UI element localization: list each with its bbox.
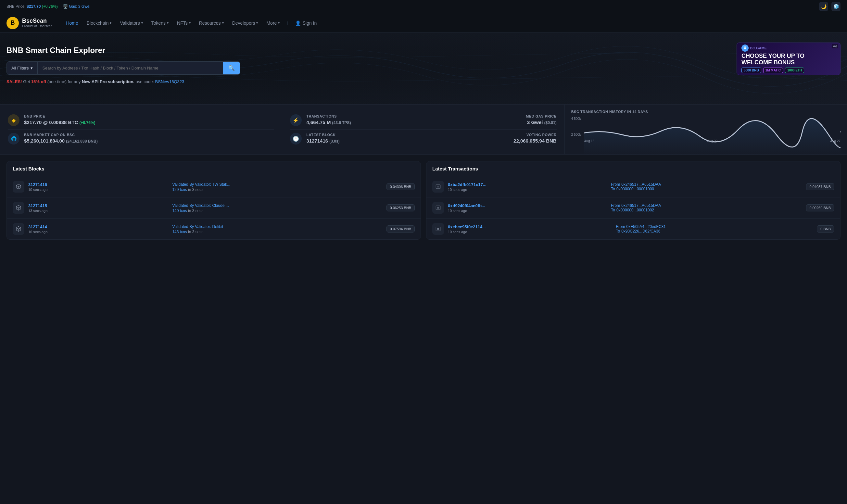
topbar-right: 🌙 🧊	[819, 2, 841, 11]
tx-hash-info: 0xd9240f04ae0fb... 10 secs ago	[448, 203, 607, 213]
cube-button[interactable]: 🧊	[831, 2, 841, 11]
chart-container: 4 500k 2 500k Aug 13 Aug 20 Aug 27	[571, 117, 841, 143]
tx-item: 0xd9240f04ae0fb... 10 secs ago From 0x24…	[427, 197, 840, 219]
clock-icon: 🕐	[290, 133, 302, 145]
block-icon	[13, 223, 24, 235]
bnb-price-display: BNB Price: $217.70 (+0.76%)	[6, 4, 58, 9]
ad-logo-icon: 8	[741, 44, 749, 52]
bnb-icon: ◆	[8, 114, 19, 126]
latest-blocks-header: Latest Blocks	[7, 161, 420, 176]
main-nav: Home Blockchain ▾ Validators ▾ Tokens ▾ …	[62, 18, 841, 28]
logo[interactable]: B BscScan Product of Etherscan	[6, 17, 52, 29]
block-info: LATEST BLOCK 31271416 (3.0s)	[306, 133, 339, 144]
svg-rect-9	[436, 227, 440, 231]
nav-item-validators[interactable]: Validators ▾	[116, 18, 146, 28]
search-filter-dropdown[interactable]: All Filters ▾	[7, 62, 38, 74]
block-reward: 0.07594 BNB	[386, 226, 415, 233]
chart-x-labels: Aug 13 Aug 20 Aug 27	[584, 139, 841, 143]
block-validator-info: Validated By Validator: TW Stak... 129 t…	[172, 182, 382, 192]
gas-value: 3 Gwei ($0.01)	[526, 120, 557, 125]
topbar-left: BNB Price: $217.70 (+0.76%) 🖥️ Gas: 3 Gw…	[6, 4, 90, 9]
nav-item-tokens[interactable]: Tokens ▾	[147, 18, 173, 28]
latest-sections: Latest Blocks 31271416 10 secs ago Valid…	[0, 155, 847, 246]
svg-rect-6	[436, 206, 440, 210]
block-item: 31271414 16 secs ago Validated By Valida…	[7, 219, 420, 239]
block-reward: 0.04306 BNB	[386, 183, 415, 190]
block-reward: 0.06253 BNB	[386, 204, 415, 211]
tx-icon	[432, 223, 444, 235]
chevron-down-icon: ▾	[256, 21, 258, 25]
tx-amount: 0.04037 BNB	[806, 183, 834, 190]
chevron-down-icon: ▾	[278, 21, 280, 25]
ad-reward-matic: 1M MATIC	[763, 68, 783, 73]
block-validator-info: Validated By Validator: Defibit 143 txns…	[172, 224, 382, 234]
tx-value: 4,664.75 M (43.6 TPS)	[306, 120, 351, 125]
tx-hash-info: 0xebce95f0e2114... 10 secs ago	[448, 224, 612, 234]
nav-item-developers[interactable]: Developers ▾	[228, 18, 262, 28]
nav-item-resources[interactable]: Resources ▾	[195, 18, 228, 28]
search-bar: All Filters ▾ 🔍	[6, 61, 240, 75]
chevron-down-icon: ▾	[110, 21, 111, 25]
hero-title: BNB Smart Chain Explorer	[6, 46, 841, 55]
tx-info: TRANSACTIONS 4,664.75 M (43.6 TPS)	[306, 114, 351, 125]
ad-reward-eth: 1000 ETH	[785, 68, 804, 73]
stats-col-tx: ⚡ TRANSACTIONS 4,664.75 M (43.6 TPS) MED…	[282, 105, 564, 154]
ad-content: 8 BC.GAME CHOOSE YOUR UP TOWELCOME BONUS…	[737, 42, 840, 75]
bnb-market-info: BNB MARKET CAP ON BSC $5,260,101,804.00 …	[24, 133, 98, 144]
chevron-down-icon: ▾	[189, 21, 191, 25]
gas-display: 🖥️ Gas: 3 Gwei	[63, 4, 90, 9]
stats-section: ◆ BNB PRICE $217.70 @ 0.00838 BTC (+0.76…	[0, 104, 847, 155]
nav-item-nfts[interactable]: NFTs ▾	[173, 18, 195, 28]
ad-headline: CHOOSE YOUR UP TOWELCOME BONUS	[741, 53, 836, 66]
theme-toggle-button[interactable]: 🌙	[819, 2, 828, 11]
search-button[interactable]: 🔍	[223, 62, 240, 74]
block-icon	[13, 202, 24, 214]
tx-chart-svg	[584, 117, 841, 155]
latest-blocks-card: Latest Blocks 31271416 10 secs ago Valid…	[6, 161, 421, 240]
globe-icon: 🌐	[8, 133, 19, 145]
logo-text: BscScan Product of Etherscan	[22, 18, 52, 28]
tx-item: 0xebce95f0e2114... 10 secs ago From 0xE5…	[427, 219, 840, 239]
block-info: 31271416 10 secs ago	[28, 182, 168, 192]
cube-icon: 🧊	[833, 4, 839, 9]
block-validator-info: Validated By Validator: Claude ... 140 t…	[172, 203, 382, 213]
latest-transactions-card: Latest Transactions 0xba2dfb0171c17... 1…	[426, 161, 841, 240]
nav-item-more[interactable]: More ▾	[263, 18, 284, 28]
sign-in-button[interactable]: 👤 Sign In	[291, 19, 321, 28]
block-stat: 🕐 LATEST BLOCK 31271416 (3.0s) VOTING PO…	[290, 129, 556, 148]
bnb-market-stat: 🌐 BNB MARKET CAP ON BSC $5,260,101,804.0…	[8, 129, 274, 148]
svg-rect-3	[436, 185, 440, 189]
ad-logo: 8 BC.GAME	[741, 44, 836, 52]
block-value: 31271416 (3.0s)	[306, 138, 339, 144]
block-info: 31271414 16 secs ago	[28, 224, 168, 234]
nav-divider: |	[287, 20, 288, 25]
tx-amount: 0 BNB	[817, 226, 834, 233]
nav-item-blockchain[interactable]: Blockchain ▾	[83, 18, 115, 28]
bnb-price-info: BNB PRICE $217.70 @ 0.00838 BTC (+0.76%)	[24, 114, 95, 125]
chevron-down-icon: ▾	[167, 21, 168, 25]
tx-addresses: From 0x246517...A6515DAA To 0x000000...0…	[611, 182, 802, 191]
tx-item: 0xba2dfb0171c17... 10 secs ago From 0x24…	[427, 176, 840, 197]
chart-y-labels: 4 500k 2 500k	[571, 117, 581, 137]
chevron-down-icon: ▾	[141, 21, 143, 25]
tx-addresses: From 0x246517...A6515DAA To 0x000000...0…	[611, 203, 802, 212]
voting-stat: VOTING POWER 22,066,055.94 BNB	[513, 133, 557, 144]
block-item: 31271415 13 secs ago Validated By Valida…	[7, 197, 420, 219]
block-icon	[13, 181, 24, 193]
tx-amount: 0.00269 BNB	[806, 204, 834, 211]
tx-icon: ⚡	[290, 114, 302, 126]
ad-banner[interactable]: Ad 8 BC.GAME CHOOSE YOUR UP TOWELCOME BO…	[737, 42, 841, 75]
ad-label: Ad	[832, 44, 838, 48]
search-input[interactable]	[38, 62, 223, 74]
hero-section: BNB Smart Chain Explorer All Filters ▾ 🔍…	[0, 33, 847, 104]
nav-item-home[interactable]: Home	[62, 18, 82, 28]
gas-stat: MED GAS PRICE 3 Gwei ($0.01)	[526, 114, 557, 125]
voting-value: 22,066,055.94 BNB	[513, 138, 557, 144]
topbar: BNB Price: $217.70 (+0.76%) 🖥️ Gas: 3 Gw…	[0, 0, 847, 13]
bnb-market-value: $5,260,101,804.00 (24,161,838 BNB)	[24, 138, 98, 144]
stats-col-bnb: ◆ BNB PRICE $217.70 @ 0.00838 BTC (+0.76…	[0, 105, 282, 154]
block-item: 31271416 10 secs ago Validated By Valida…	[7, 176, 420, 197]
header: B BscScan Product of Etherscan Home Bloc…	[0, 13, 847, 33]
tx-icon	[432, 202, 444, 214]
stats-col-chart: BSC TRANSACTION HISTORY IN 14 DAYS 4 500…	[565, 105, 847, 154]
